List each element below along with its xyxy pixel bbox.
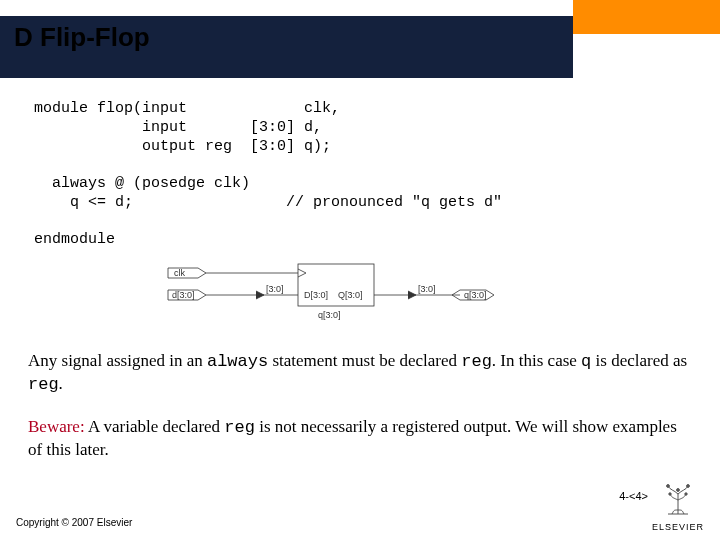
port-clk-label: clk <box>174 268 185 278</box>
copyright-text: Copyright © 2007 Elsevier <box>16 517 132 528</box>
slide-title: D Flip-Flop <box>14 22 150 53</box>
port-d-label: d[3:0] <box>172 290 195 300</box>
elsevier-logo: ELSEVIER <box>652 480 704 532</box>
paragraph-beware: Beware: A variable declared reg is not n… <box>28 416 692 461</box>
flop-schematic: clk d[3:0] [3:0] D[3:0] Q[3:0] [3:0] q[3… <box>160 260 500 322</box>
beware-label: Beware: <box>28 417 85 436</box>
net-label: q[3:0] <box>318 310 341 320</box>
header-accent-orange <box>573 0 720 34</box>
svg-point-7 <box>669 493 671 495</box>
bus-label-out: [3:0] <box>418 284 436 294</box>
verilog-code: module flop(input clk, input [3:0] d, ou… <box>34 100 502 250</box>
svg-point-8 <box>685 493 687 495</box>
paragraph-always-reg: Any signal assigned in an always stateme… <box>28 350 692 396</box>
slide-header: D Flip-Flop <box>0 0 720 78</box>
elsevier-tree-icon <box>660 480 696 516</box>
pin-q: Q[3:0] <box>338 290 363 300</box>
svg-point-9 <box>677 489 680 492</box>
pin-d: D[3:0] <box>304 290 328 300</box>
svg-point-5 <box>667 485 670 488</box>
svg-point-6 <box>687 485 690 488</box>
bus-label-in: [3:0] <box>266 284 284 294</box>
elsevier-logo-text: ELSEVIER <box>652 522 704 532</box>
slide-number: 4-<4> <box>619 490 648 502</box>
port-q-label: q[3:0] <box>464 290 487 300</box>
